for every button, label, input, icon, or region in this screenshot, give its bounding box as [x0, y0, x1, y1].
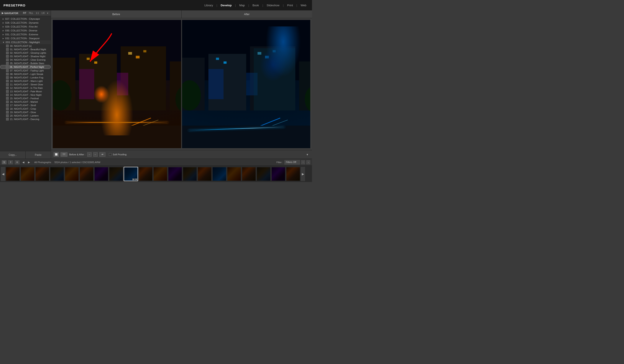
- preset-swatch-icon: [6, 101, 9, 103]
- preset-14[interactable]: 14. NIGHTLIGHT - Nice Night: [0, 93, 51, 97]
- nav-develop[interactable]: Develop: [218, 3, 234, 8]
- filmstrip-thumb-6[interactable]: [79, 167, 94, 181]
- filmstrip-thumb-14[interactable]: [197, 167, 212, 181]
- nav-map[interactable]: Map: [237, 3, 247, 8]
- preset-06-selected[interactable]: 06. NIGHTLIGHT - Perfect Night: [0, 65, 51, 69]
- preset-07[interactable]: 07. NIGHTLIGHT - Fading Light: [0, 69, 51, 72]
- filmstrip-thumb-5[interactable]: [65, 167, 79, 181]
- filmstrip-thumb-17[interactable]: [242, 167, 256, 181]
- preset-03[interactable]: 03. NIGHTLIGHT - Shadow Night: [0, 55, 51, 58]
- after-photo-container[interactable]: [182, 20, 311, 148]
- 1to8-control[interactable]: 1:8: [41, 12, 45, 15]
- svg-rect-21: [53, 126, 181, 148]
- sort-descending-icon[interactable]: ↓: [306, 160, 310, 164]
- main-area: ▶ Navigator FIT FILL 1:1 1:8 ▾ ▶ 027. CO…: [0, 10, 312, 159]
- before-photo: [53, 20, 181, 148]
- nav-book[interactable]: Book: [250, 3, 261, 8]
- thumb-image-16: [227, 167, 241, 181]
- thumb-image-3: [36, 167, 49, 181]
- preset-swatch-icon: [6, 66, 8, 68]
- preset-18[interactable]: 18. NIGHTLIGHT - Crisp: [0, 107, 51, 111]
- filmstrip-thumb-19[interactable]: [271, 167, 286, 181]
- filmstrip-thumb-7[interactable]: [94, 167, 108, 181]
- collection-stargazer[interactable]: ▶ 032. COLLECTION - Stargazer: [0, 36, 51, 40]
- preset-08[interactable]: 08. NIGHTLIGHT - Light Streak: [0, 72, 51, 76]
- filmstrip-thumb-16[interactable]: [227, 167, 241, 181]
- page-1-button[interactable]: 1: [2, 160, 6, 164]
- nav-print[interactable]: Print: [285, 3, 295, 8]
- preset-10[interactable]: 10. NIGHTLIGHT - Warm Light: [0, 79, 51, 83]
- collection-diverse[interactable]: ▶ 030. COLLECTION - Diverse: [0, 29, 51, 32]
- nav-web[interactable]: Web: [299, 3, 309, 8]
- svg-rect-48: [246, 73, 257, 95]
- preset-13[interactable]: 13. NIGHTLIGHT - Pale Moon: [0, 90, 51, 93]
- thumb-image-4: [50, 167, 64, 181]
- preset-15[interactable]: 15. NIGHTLIGHT - Festival: [0, 97, 51, 100]
- filmstrip-thumb-3[interactable]: [35, 167, 50, 181]
- soft-proofing-checkbox[interactable]: [109, 153, 111, 156]
- filmstrip-thumb-selected[interactable]: ⊞ ⚑: [124, 167, 138, 181]
- yx-tool-icon[interactable]: YY: [60, 152, 68, 157]
- preset-01[interactable]: 01. NIGHTLIGHT - Beautiful Night: [0, 48, 51, 51]
- preset-swatch-icon: [6, 111, 9, 114]
- preset-09[interactable]: 09. NIGHTLIGHT - London Fog: [0, 76, 51, 79]
- preset-12[interactable]: 12. NIGHTLIGHT - In The Rain: [0, 86, 51, 90]
- filmstrip-thumb-11[interactable]: [153, 167, 167, 181]
- collection-dynamic[interactable]: ▶ 028. COLLECTION - Dynamic: [0, 21, 51, 25]
- collection-nightlight[interactable]: ▼ 033. COLLECTION - Nightlight: [0, 40, 51, 44]
- preset-04[interactable]: 04. NIGHTLIGHT - Clear Evening: [0, 58, 51, 62]
- copy-button[interactable]: Copy...: [0, 151, 26, 159]
- prev-photo-icon[interactable]: ◀: [21, 160, 25, 164]
- collection-extreme[interactable]: ▶ 031. COLLECTION - Extreme: [0, 32, 51, 36]
- preset-20[interactable]: 20. NIGHTLIGHT - Lantern: [0, 114, 51, 117]
- nav-library[interactable]: Library: [202, 3, 215, 8]
- page-2-button[interactable]: 2: [8, 160, 13, 164]
- svg-rect-35: [224, 62, 227, 64]
- before-after-back-icon[interactable]: ←: [93, 152, 98, 157]
- preset-05[interactable]: 05. NIGHTLIGHT - Bubble Stars: [0, 62, 51, 65]
- soft-proofing-label: Soft Proofing: [113, 153, 127, 156]
- thumb-image-17: [242, 167, 256, 181]
- sort-ascending-icon[interactable]: ↑: [301, 160, 305, 164]
- crop-tool-icon[interactable]: ⬜: [53, 152, 59, 157]
- preset-16[interactable]: 16. NIGHTLIGHT - Market: [0, 100, 51, 104]
- nav-slideshow[interactable]: Slideshow: [264, 3, 282, 8]
- filmstrip-thumb-12[interactable]: [168, 167, 182, 181]
- collection-fineart[interactable]: ▶ 029. COLLECTION - Fine Art: [0, 25, 51, 29]
- left-panel: ▶ Navigator FIT FILL 1:1 1:8 ▾ ▶ 027. CO…: [0, 10, 51, 159]
- filmstrip-thumb-8[interactable]: [109, 167, 123, 181]
- preset-17[interactable]: 17. NIGHTLIGHT - Stroll: [0, 104, 51, 107]
- filmstrip-thumb-2[interactable]: [20, 167, 35, 181]
- preset-19[interactable]: 19. NIGHTLIGHT - Glow: [0, 111, 51, 114]
- filmstrip-left-arrow[interactable]: ◀: [1, 167, 5, 181]
- fit-control[interactable]: FIT: [22, 12, 27, 15]
- filmstrip-right-arrow[interactable]: ▶: [301, 167, 305, 181]
- paste-button[interactable]: Paste: [26, 151, 51, 159]
- before-after-swap-icon[interactable]: ⇄: [99, 152, 105, 157]
- next-photo-icon[interactable]: ▶: [27, 160, 31, 164]
- filmstrip-thumb-1[interactable]: [6, 167, 20, 181]
- filmstrip-thumb-20[interactable]: [286, 167, 300, 181]
- center-area: Before After: [51, 10, 312, 159]
- before-photo-container[interactable]: [53, 20, 181, 148]
- thumb-image-12: [168, 167, 182, 181]
- preset-swatch-icon: [6, 73, 9, 75]
- preset-21[interactable]: 21. NIGHTLIGHT - Dancing: [0, 117, 51, 121]
- grid-view-icon[interactable]: ⊞: [15, 160, 20, 164]
- preset-00[interactable]: 00. NIGHTLIGHT [x]: [0, 44, 51, 48]
- svg-rect-22: [79, 69, 94, 99]
- filmstrip-thumb-10[interactable]: [138, 167, 153, 181]
- collection-cityscape[interactable]: ▶ 027. COLLECTION - Cityscape: [0, 17, 51, 21]
- filmstrip-thumb-15[interactable]: [212, 167, 227, 181]
- filter-dropdown[interactable]: Filters Off: [285, 160, 300, 164]
- preset-02[interactable]: 02. NIGHTLIGHT - Glowing Lights: [0, 51, 51, 55]
- zoom-dropdown-icon[interactable]: ▾: [46, 12, 49, 15]
- filmstrip-thumb-18[interactable]: [257, 167, 271, 181]
- expand-toolbar-icon[interactable]: ▾: [305, 152, 309, 157]
- filmstrip-thumb-13[interactable]: [183, 167, 197, 181]
- fill-control[interactable]: FILL: [28, 12, 34, 15]
- preset-11[interactable]: 11. NIGHTLIGHT - Street Glow: [0, 83, 51, 86]
- before-after-forward-icon[interactable]: →: [87, 152, 92, 157]
- filmstrip-thumb-4[interactable]: [50, 167, 64, 181]
- 1to1-control[interactable]: 1:1: [35, 12, 40, 15]
